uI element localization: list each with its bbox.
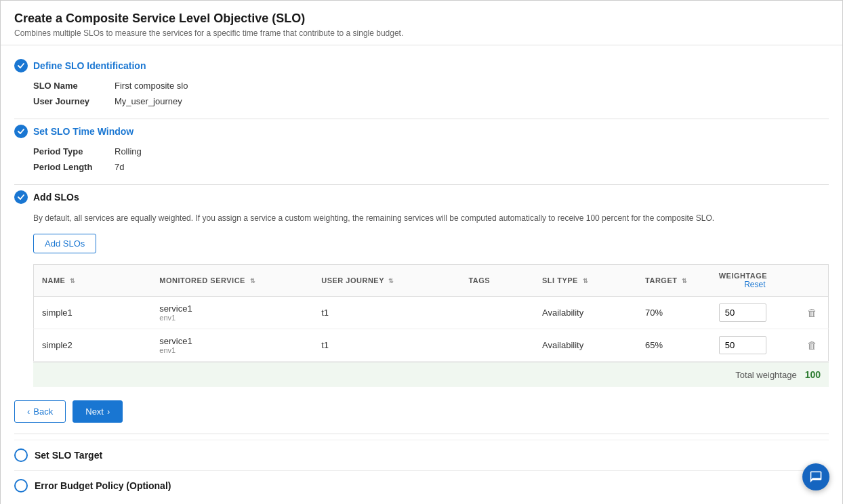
period-type-label: Period Type (33, 146, 115, 156)
cell-target-1: 65% (637, 329, 711, 362)
period-length-row: Period Length 7d (14, 162, 829, 172)
weight-input-1[interactable] (719, 336, 766, 354)
slo-name-value: First composite slo (115, 81, 188, 91)
slo-name-row: SLO Name First composite slo (14, 81, 829, 91)
table-row: simple1 service1 env1 t1 Availability 70… (34, 297, 829, 329)
page-subtitle: Combines multiple SLOs to measure the se… (14, 28, 829, 38)
set-slo-target-title: Set SLO Target (35, 450, 102, 461)
next-chevron-icon: › (107, 406, 110, 417)
cell-tags-1 (460, 329, 534, 362)
period-type-value: Rolling (115, 146, 142, 156)
col-header-service[interactable]: MONITORED SERVICE ⇅ (151, 265, 313, 297)
weight-input-0[interactable] (719, 303, 766, 322)
error-budget-title: Error Budget Policy (Optional) (35, 480, 171, 491)
add-slos-content: By default, all services are equally wei… (33, 212, 829, 387)
back-button[interactable]: ‹ Back (14, 400, 66, 423)
add-slos-check-icon (14, 190, 28, 204)
error-budget-section: Error Budget Policy (Optional) (14, 470, 829, 501)
period-type-row: Period Type Rolling (14, 146, 829, 156)
col-header-weightage: WEIGHTAGE Reset (711, 265, 799, 297)
add-slos-button[interactable]: Add SLOs (33, 234, 96, 253)
delete-row-icon-1[interactable]: 🗑 (807, 339, 817, 351)
page-header: Create a Composite Service Level Objecti… (1, 1, 842, 45)
add-slos-info: By default, all services are equally wei… (33, 212, 829, 224)
slo-table-body: simple1 service1 env1 t1 Availability 70… (34, 297, 829, 362)
cell-service-0: service1 env1 (151, 297, 313, 329)
add-slos-section: Add SLOs By default, all services are eq… (14, 190, 829, 387)
total-weightage-value: 100 (805, 369, 821, 380)
define-slo-header: Define SLO Identification (14, 59, 829, 72)
cell-target-0: 70% (637, 297, 711, 329)
name-sort-icon: ⇅ (70, 278, 76, 285)
total-weightage-label: Total weightage (735, 370, 796, 380)
define-slo-check-icon (14, 59, 28, 72)
error-budget-circle-icon (14, 479, 28, 492)
define-slo-title[interactable]: Define SLO Identification (33, 60, 146, 71)
define-slo-section: Define SLO Identification SLO Name First… (14, 59, 829, 106)
add-slos-title: Add SLOs (33, 192, 79, 203)
col-header-delete (799, 265, 828, 297)
delete-row-icon-0[interactable]: 🗑 (807, 307, 817, 318)
col-header-slitype[interactable]: SLI TYPE ⇅ (534, 265, 637, 297)
cell-delete-1: 🗑 (799, 329, 828, 362)
table-header-row: NAME ⇅ MONITORED SERVICE ⇅ USER JOURNEY … (34, 265, 829, 297)
time-window-title[interactable]: Set SLO Time Window (33, 126, 133, 137)
total-weightage-row: Total weightage 100 (33, 362, 829, 387)
time-window-header: Set SLO Time Window (14, 125, 829, 138)
journey-sort-icon: ⇅ (388, 278, 394, 285)
user-journey-value: My_user_journey (115, 96, 182, 106)
target-sort-icon: ⇅ (682, 278, 688, 285)
set-slo-target-circle-icon (14, 448, 28, 462)
cell-journey-0: t1 (313, 297, 460, 329)
time-window-check-icon (14, 125, 28, 138)
cell-slitype-0: Availability (534, 297, 637, 329)
next-button[interactable]: Next › (73, 400, 123, 423)
col-header-tags: TAGS (460, 265, 534, 297)
slo-name-label: SLO Name (33, 81, 115, 91)
cell-name-0: simple1 (34, 297, 152, 329)
cell-tags-0 (460, 297, 534, 329)
service-sort-icon: ⇅ (250, 278, 256, 285)
user-journey-label: User Journey (33, 96, 115, 106)
page-title: Create a Composite Service Level Objecti… (14, 12, 829, 26)
time-window-section: Set SLO Time Window Period Type Rolling … (14, 125, 829, 172)
cell-service-1: service1 env1 (151, 329, 313, 362)
cell-delete-0: 🗑 (799, 297, 828, 329)
cell-weightage-0 (711, 297, 799, 329)
cell-name-1: simple2 (34, 329, 152, 362)
back-chevron-icon: ‹ (27, 406, 30, 417)
slo-table: NAME ⇅ MONITORED SERVICE ⇅ USER JOURNEY … (33, 264, 829, 362)
slitype-sort-icon: ⇅ (583, 278, 589, 285)
chat-bubble-button[interactable] (802, 463, 829, 490)
cell-journey-1: t1 (313, 329, 460, 362)
add-slos-header: Add SLOs (14, 190, 829, 204)
period-length-value: 7d (115, 162, 124, 172)
col-header-target[interactable]: TARGET ⇅ (637, 265, 711, 297)
period-length-label: Period Length (33, 162, 115, 172)
table-row: simple2 service1 env1 t1 Availability 65… (34, 329, 829, 362)
col-header-name[interactable]: NAME ⇅ (34, 265, 152, 297)
nav-buttons: ‹ Back Next › (14, 400, 829, 423)
cell-weightage-1 (711, 329, 799, 362)
reset-weightage-link[interactable]: Reset (719, 280, 791, 289)
user-journey-row: User Journey My_user_journey (14, 96, 829, 106)
cell-slitype-1: Availability (534, 329, 637, 362)
set-slo-target-section: Set SLO Target (14, 440, 829, 470)
col-header-journey[interactable]: USER JOURNEY ⇅ (313, 265, 460, 297)
